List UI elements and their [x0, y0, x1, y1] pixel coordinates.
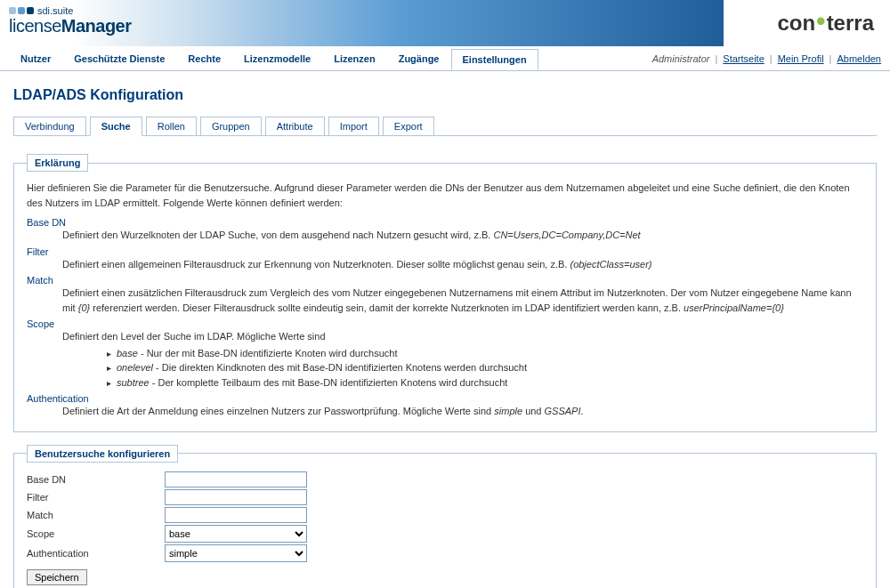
subtab-rollen[interactable]: Rollen: [146, 117, 197, 136]
scope-option-base: base - Nur der mit Base-DN identifiziert…: [107, 346, 863, 361]
auth-label: Authentication: [27, 548, 165, 559]
top-nav: NutzerGeschützte DiensteRechteLizenzmode…: [0, 46, 890, 71]
def-scope-text: Definiert den Level der Suche im LDAP. M…: [62, 329, 863, 390]
subtab-attribute[interactable]: Attribute: [265, 117, 325, 136]
def-match-label: Match: [27, 275, 863, 286]
content: LDAP/ADS Konfiguration VerbindungSucheRo…: [0, 71, 890, 588]
subtab-import[interactable]: Import: [328, 117, 379, 136]
tab-lizenzmodelle[interactable]: Lizenzmodelle: [232, 48, 322, 69]
basedn-input[interactable]: [165, 471, 307, 487]
subtab-suche[interactable]: Suche: [90, 117, 142, 136]
header: sdi.suite licenseManager con•terra: [0, 0, 890, 46]
subtab-export[interactable]: Export: [383, 117, 434, 136]
tab-einstellungen[interactable]: Einstellungen: [451, 49, 538, 70]
filter-label: Filter: [27, 492, 165, 503]
explanation-legend: Erklärung: [27, 154, 88, 172]
suite-line: sdi.suite: [9, 5, 132, 16]
save-button[interactable]: Speichern: [27, 569, 87, 585]
app-title: licenseManager: [9, 16, 132, 36]
match-label: Match: [27, 510, 165, 520]
suite-name: sdi.suite: [37, 5, 73, 16]
current-user: Administrator: [652, 53, 710, 64]
header-left: sdi.suite licenseManager: [0, 0, 141, 42]
tab-geschützte-dienste[interactable]: Geschützte Dienste: [62, 48, 176, 69]
def-basedn-text: Definiert den Wurzelknoten der LDAP Such…: [62, 228, 863, 243]
def-match-text: Definiert einen zusätzlichen Filterausdr…: [62, 286, 863, 315]
basedn-label: Base DN: [27, 474, 165, 485]
scope-label: Scope: [27, 528, 165, 539]
link-mein-profil[interactable]: Mein Profil: [778, 53, 824, 64]
tab-zugänge[interactable]: Zugänge: [387, 48, 451, 69]
brand-dots-icon: [9, 7, 34, 14]
filter-input[interactable]: [165, 489, 307, 505]
tab-nutzer[interactable]: Nutzer: [9, 48, 62, 69]
dot-icon: •: [816, 6, 826, 36]
explanation-intro: Hier definieren Sie die Parameter für di…: [27, 181, 863, 210]
tab-rechte[interactable]: Rechte: [176, 48, 232, 69]
vendor-logo: con•terra: [724, 0, 890, 46]
tab-lizenzen[interactable]: Lizenzen: [322, 48, 386, 69]
match-input[interactable]: [165, 507, 307, 523]
def-auth-text: Definiert die Art der Anmeldung eines ei…: [62, 404, 863, 419]
page-title: LDAP/ADS Konfiguration: [13, 87, 877, 103]
topnav-right: Administrator | Startseite | Mein Profil…: [652, 53, 881, 64]
scope-option-onelevel: onelevel - Die direkten Kindknoten des m…: [107, 360, 863, 375]
link-abmelden[interactable]: Abmelden: [837, 53, 881, 64]
explanation-box: Erklärung Hier definieren Sie die Parame…: [13, 154, 877, 432]
auth-select[interactable]: simpleGSSAPI: [165, 544, 307, 562]
def-auth-label: Authentication: [27, 393, 863, 404]
config-form-legend: Benutzersuche konfigurieren: [27, 445, 178, 463]
def-filter-text: Definiert einen allgemeinen Filterausdru…: [62, 257, 863, 272]
def-filter-label: Filter: [27, 246, 863, 257]
scope-option-subtree: subtree - Der komplette Teilbaum des mit…: [107, 375, 863, 391]
scope-select[interactable]: baseonelevelsubtree: [165, 525, 307, 543]
config-form: Benutzersuche konfigurieren Base DN Filt…: [13, 445, 877, 589]
link-startseite[interactable]: Startseite: [723, 53, 764, 64]
subtab-gruppen[interactable]: Gruppen: [200, 117, 262, 136]
subtab-verbindung[interactable]: Verbindung: [13, 117, 86, 136]
def-basedn-label: Base DN: [27, 217, 863, 228]
def-scope-label: Scope: [27, 318, 863, 329]
subtabs: VerbindungSucheRollenGruppenAttributeImp…: [13, 116, 877, 136]
